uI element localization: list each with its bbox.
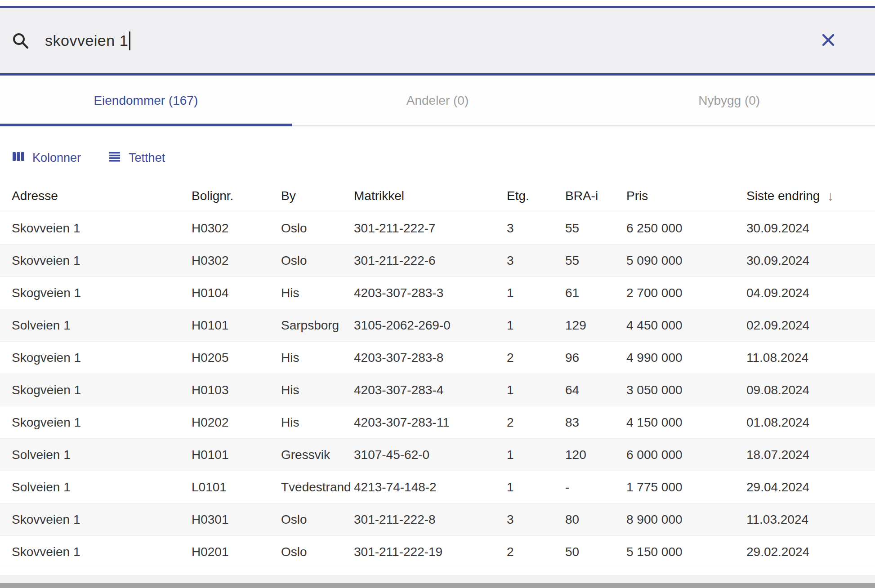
column-header-label: Bolignr. [192,189,233,203]
results-table: AdresseBolignr.ByMatrikkelEtg.BRA-iPrisS… [0,180,875,568]
column-header-bra-i[interactable]: BRA-i [565,189,626,203]
close-icon [820,32,836,49]
cell-etg: 2 [507,545,565,559]
column-header-bolignr[interactable]: Bolignr. [192,189,281,203]
columns-icon [12,150,25,166]
cell-by: Oslo [281,254,354,268]
cell-by: Oslo [281,545,354,559]
cell-siste-endring: 04.09.2024 [746,286,875,300]
column-header-label: Matrikkel [354,189,404,203]
cell-etg: 2 [507,351,565,365]
cell-etg: 1 [507,448,565,462]
cell-etg: 3 [507,254,565,268]
table-header: AdresseBolignr.ByMatrikkelEtg.BRA-iPrisS… [0,180,875,212]
column-header-label: Adresse [12,189,58,203]
table-row[interactable]: Solveien 1L0101Tvedestrand4213-74-148-21… [0,471,875,503]
table-row[interactable]: Skogveien 1H0103His4203-307-283-41643 05… [0,374,875,406]
window-bottom-edge [0,583,875,588]
cell-siste-endring: 29.02.2024 [746,545,875,559]
cell-adresse: Skovveien 1 [12,545,192,559]
table-row[interactable]: Solveien 1H0101Gressvik3107-45-62-011206… [0,439,875,471]
search-input[interactable]: skovveien 1 [45,31,130,50]
cell-matrikkel: 301-211-222-8 [354,512,507,527]
cell-matrikkel: 4203-307-283-3 [354,286,507,300]
cell-adresse: Skogveien 1 [12,383,192,397]
cell-bolignr: H0201 [192,545,281,559]
column-header-adresse[interactable]: Adresse [12,189,192,203]
column-header-pris[interactable]: Pris [626,189,746,203]
cell-pris: 3 050 000 [626,383,746,397]
density-button-label: Tetthet [129,151,165,165]
search-icon [12,32,30,50]
column-header-label: Pris [626,189,648,203]
table-row[interactable]: Skovveien 1H0302Oslo301-211-222-63555 09… [0,245,875,277]
column-header-matrikkel[interactable]: Matrikkel [354,189,507,203]
cell-bolignr: H0302 [192,254,281,268]
cell-adresse: Solveien 1 [12,318,192,333]
tab-nybygg[interactable]: Nybygg (0) [583,76,875,125]
text-cursor [129,31,130,50]
table-row[interactable]: Skogveien 1H0202His4203-307-283-112834 1… [0,406,875,439]
cell-siste-endring: 30.09.2024 [746,221,875,236]
table-row[interactable]: Skogveien 1H0205His4203-307-283-82964 99… [0,342,875,374]
density-icon [108,150,121,166]
search-bar: skovveien 1 [0,8,875,76]
cell-etg: 1 [507,318,565,333]
cell-bra-i: 83 [565,415,626,430]
cell-siste-endring: 30.09.2024 [746,254,875,268]
cell-matrikkel: 301-211-222-6 [354,254,507,268]
cell-bra-i: - [565,480,626,494]
cell-bra-i: 50 [565,545,626,559]
search-input-value: skovveien 1 [45,32,128,49]
cell-bra-i: 55 [565,221,626,236]
table-row[interactable]: Solveien 1H0101Sarpsborg3105-2062-269-01… [0,309,875,342]
cell-bra-i: 80 [565,512,626,527]
table-row[interactable]: Skovveien 1H0301Oslo301-211-222-83808 90… [0,503,875,536]
cell-etg: 2 [507,415,565,430]
cell-etg: 1 [507,383,565,397]
tab-eiendommer[interactable]: Eiendommer (167) [0,76,292,125]
columns-button[interactable]: Kolonner [12,150,81,166]
cell-pris: 1 775 000 [626,480,746,494]
cell-by: Oslo [281,512,354,527]
cell-matrikkel: 4203-307-283-4 [354,383,507,397]
cell-siste-endring: 29.04.2024 [746,480,875,494]
column-header-by[interactable]: By [281,189,354,203]
cell-pris: 4 990 000 [626,351,746,365]
cell-matrikkel: 4213-74-148-2 [354,480,507,494]
cell-matrikkel: 301-211-222-7 [354,221,507,236]
cell-pris: 4 450 000 [626,318,746,333]
cell-adresse: Skogveien 1 [12,286,192,300]
tab-nybygg-label: Nybygg (0) [698,94,760,108]
cell-matrikkel: 3107-45-62-0 [354,448,507,462]
result-tabs: Eiendommer (167) Andeler (0) Nybygg (0) [0,76,875,126]
tab-andeler[interactable]: Andeler (0) [292,76,584,125]
cell-pris: 4 150 000 [626,415,746,430]
cell-etg: 3 [507,512,565,527]
cell-siste-endring: 09.08.2024 [746,383,875,397]
cell-matrikkel: 301-211-222-19 [354,545,507,559]
table-row[interactable]: Skogveien 1H0104His4203-307-283-31612 70… [0,277,875,309]
column-header-etg[interactable]: Etg. [507,189,565,203]
cell-etg: 3 [507,221,565,236]
column-header-siste-endring[interactable]: Siste endring↓ [746,189,875,203]
table-row[interactable]: Skovveien 1H0302Oslo301-211-222-73556 25… [0,212,875,245]
cell-pris: 6 250 000 [626,221,746,236]
cell-by: His [281,383,354,397]
cell-siste-endring: 11.03.2024 [746,512,875,527]
density-button[interactable]: Tetthet [108,150,165,166]
cell-adresse: Skovveien 1 [12,221,192,236]
cell-bra-i: 64 [565,383,626,397]
window-top-strip [0,0,875,6]
cell-by: His [281,286,354,300]
cell-bolignr: H0101 [192,448,281,462]
table-row[interactable]: Skovveien 1H0201Oslo301-211-222-192505 1… [0,536,875,568]
cell-etg: 1 [507,286,565,300]
clear-search-button[interactable] [817,28,840,53]
cell-pris: 8 900 000 [626,512,746,527]
cell-adresse: Skogveien 1 [12,351,192,365]
tab-andeler-label: Andeler (0) [406,94,469,108]
cell-bolignr: H0302 [192,221,281,236]
cell-siste-endring: 18.07.2024 [746,448,875,462]
grid-toolbar: Kolonner Tetthet [12,150,875,166]
